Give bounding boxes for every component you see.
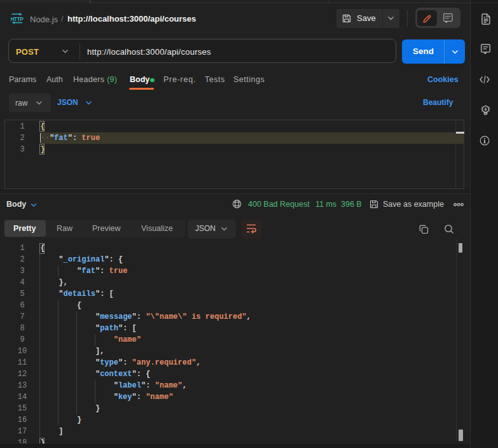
svg-text:HTTP: HTTP [11, 16, 24, 22]
